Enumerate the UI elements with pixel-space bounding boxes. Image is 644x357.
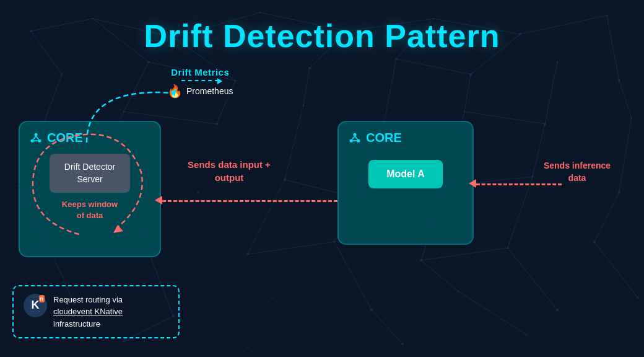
core-right-text: CORE: [366, 131, 402, 145]
main-arrow-head: [155, 196, 162, 205]
inference-arrow-head: [469, 179, 476, 188]
svg-line-114: [352, 136, 355, 139]
model-a-box: Model A: [368, 160, 443, 188]
knative-k-letter: K: [32, 299, 40, 312]
inference-arrow-line: [476, 183, 562, 185]
knative-box: K n Request routing via cloudevent KNati…: [12, 285, 180, 339]
svg-marker-110: [113, 225, 123, 233]
svg-point-111: [354, 133, 357, 136]
knative-badge: K n: [24, 294, 47, 317]
page-title: Drift Detection Pattern: [0, 0, 644, 55]
svg-marker-103: [170, 89, 176, 97]
core-right-label: CORE: [349, 131, 463, 145]
model-a-label: Model A: [386, 169, 425, 179]
knative-n-superscript: n: [39, 295, 45, 302]
page-content: Drift Detection Pattern Drift Metrics 🔥 …: [0, 0, 644, 357]
core-right-icon: [349, 132, 361, 144]
sends-data-label: Sends data input + output: [183, 158, 276, 184]
drift-metrics-label: Drift Metrics: [171, 67, 229, 77]
circular-arrow-svg: [24, 129, 154, 250]
main-arrow-line: [162, 200, 337, 202]
core-box-right: CORE Model A: [337, 121, 474, 245]
sends-inference-label: Sends inference data: [540, 160, 614, 184]
knative-description: Request routing via cloudevent KNative i…: [53, 294, 123, 330]
svg-line-115: [355, 136, 358, 139]
